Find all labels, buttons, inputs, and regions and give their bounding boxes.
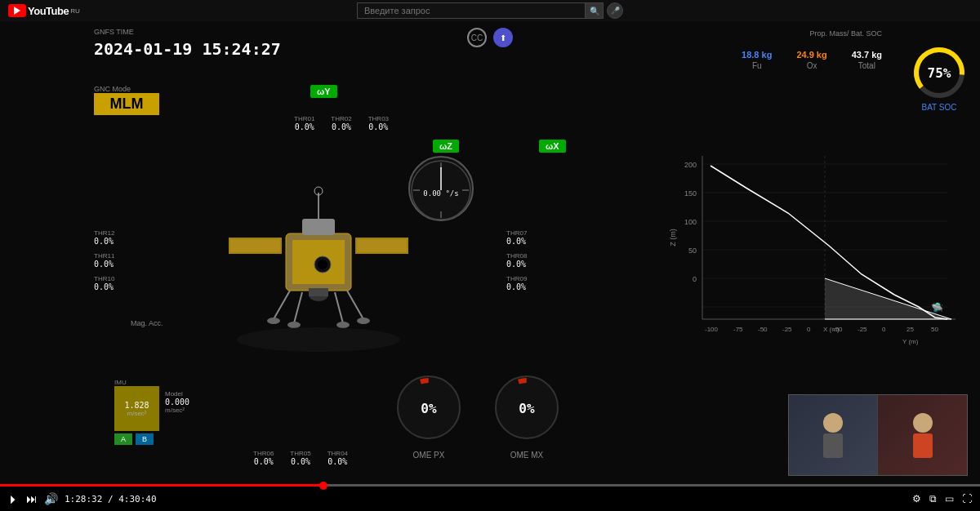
mass-ox: 24.9 kg Ox	[796, 50, 826, 70]
mag-acc-label: Mag. Acc.	[131, 319, 163, 327]
ox-value: 24.9 kg	[796, 50, 826, 60]
thr04: THR04 0.0%	[327, 450, 348, 466]
datetime-display: 2024-01-19 15:24:27	[94, 39, 281, 59]
svg-text:-50: -50	[833, 326, 843, 333]
imu-btn-a[interactable]: A	[114, 433, 132, 445]
battery-gauge: 75%	[911, 44, 968, 101]
time-display: 1:28:32 / 4:30:40	[65, 494, 157, 504]
right-controls: ⚙ ⧉ ▭ ⛶	[912, 493, 972, 504]
svg-text:0: 0	[882, 326, 886, 333]
omega-x-label: ωX	[539, 140, 566, 153]
svg-text:0%: 0%	[519, 401, 535, 416]
svg-text:25: 25	[906, 326, 914, 333]
mass-fu: 18.8 kg Fu	[742, 50, 772, 70]
volume-button[interactable]: 🔊	[44, 492, 58, 505]
total-value: 43.7 kg	[852, 50, 882, 60]
share-icon[interactable]: ⬆	[493, 28, 513, 47]
settings-button[interactable]: ⚙	[912, 493, 921, 504]
thr12: THR12 0.0%	[94, 229, 114, 246]
spacecraft-visual	[204, 160, 433, 364]
svg-text:150: 150	[684, 189, 697, 198]
miniplayer-button[interactable]: ⧉	[929, 493, 937, 504]
mass-panel: 18.8 kg Fu 24.9 kg Ox 43.7 kg Total	[742, 50, 882, 70]
search-input[interactable]	[357, 2, 586, 19]
imu-display: 1.828 m/sec²	[114, 386, 159, 431]
fullscreen-button[interactable]: ⛶	[962, 493, 972, 504]
progress-thumb[interactable]	[319, 482, 327, 490]
youtube-logo-text: YouTube	[28, 5, 69, 17]
svg-line-20	[274, 291, 290, 319]
thr05: THR05 0.0%	[290, 450, 310, 466]
svg-rect-70	[823, 433, 843, 458]
progress-bar[interactable]	[0, 484, 980, 487]
person2-feed	[878, 395, 967, 475]
spacecraft-svg	[204, 160, 433, 364]
total-time: 4:30:40	[118, 494, 156, 504]
svg-point-29	[318, 260, 327, 269]
model-unit: m/sec²	[165, 407, 189, 414]
theater-button[interactable]: ▭	[945, 493, 954, 504]
youtube-region: RU	[70, 7, 80, 15]
imu-label: IMU	[114, 379, 159, 386]
svg-rect-37	[666, 148, 968, 368]
svg-text:50: 50	[931, 326, 938, 333]
thrusters-left-group: THR12 0.0% THR11 0.0% THR10 0.0%	[94, 229, 114, 291]
current-time: 1:28:32	[65, 494, 102, 504]
svg-point-25	[357, 318, 370, 324]
thr06: THR06 0.0%	[253, 450, 274, 466]
svg-text:100: 100	[684, 218, 697, 226]
svg-text:Y (m): Y (m)	[902, 338, 919, 345]
prop-label: Prop. Mass/ Bat. SOC	[809, 29, 882, 38]
thr08: THR08 0.0%	[506, 252, 527, 269]
top-center-icons: CC ⬆	[467, 28, 513, 47]
ome-px-svg: 0%	[392, 371, 466, 444]
svg-text:-50: -50	[758, 326, 768, 333]
ome-gauges: 0% OME PX 0% OME MX	[392, 371, 564, 460]
svg-rect-72	[913, 433, 933, 458]
thrusters-right-group: THR07 0.0% THR08 0.0% THR09 0.0%	[506, 229, 527, 291]
imu-section: IMU 1.828 m/sec² A B	[114, 379, 159, 445]
svg-rect-17	[302, 219, 335, 235]
thrusters-top-row: THR01 0.0% THR02 0.0% THR03 0.0%	[294, 115, 389, 131]
trajectory-svg: 200 150 100 50 0 Z (m) 🛸 -100 -75 -50 -2…	[666, 148, 968, 368]
svg-line-23	[335, 292, 343, 323]
camera-inner	[789, 395, 967, 475]
thrusters-bottom-row: THR06 0.0% THR05 0.0% THR04 0.0%	[253, 450, 348, 466]
person1-svg	[817, 411, 849, 460]
play-pause-button[interactable]: ⏵	[8, 492, 20, 505]
mic-button[interactable]: 🎤	[607, 2, 623, 19]
controls-row: ⏵ ⏭ 🔊 1:28:32 / 4:30:40 ⚙ ⧉ ▭ ⛶	[0, 487, 980, 511]
person2-svg	[906, 411, 939, 460]
svg-point-27	[336, 322, 350, 328]
svg-point-71	[913, 413, 933, 433]
svg-text:-25: -25	[858, 326, 867, 333]
ome-mx-label: OME MX	[490, 451, 564, 460]
person1-feed	[789, 395, 878, 475]
thr03: THR03 0.0%	[368, 115, 389, 131]
model-value: 0.000	[165, 398, 189, 407]
skip-next-button[interactable]: ⏭	[26, 492, 38, 505]
fu-value: 18.8 kg	[742, 50, 772, 60]
svg-rect-14	[357, 239, 407, 252]
omega-z-label: ωZ	[433, 140, 459, 153]
svg-point-24	[267, 318, 280, 324]
youtube-logo[interactable]: YouTubeRU	[8, 4, 80, 17]
svg-text:🛸: 🛸	[931, 301, 943, 313]
svg-text:Z (m): Z (m)	[669, 229, 677, 247]
bat-soc-label: BAT SOC	[911, 103, 968, 112]
thr09: THR09 0.0%	[506, 275, 527, 291]
thr07: THR07 0.0%	[506, 229, 527, 246]
ome-px-label: OME PX	[392, 451, 466, 460]
imu-btn-b[interactable]: B	[136, 433, 154, 445]
svg-point-30	[237, 327, 400, 352]
ome-mx-svg: 0%	[490, 371, 564, 444]
svg-text:-100: -100	[705, 326, 719, 333]
ome-px-circle: 0%	[392, 371, 466, 444]
ome-px-gauge: 0% OME PX	[392, 371, 466, 460]
battery-soc: 75% BAT SOC	[911, 44, 968, 112]
imu-value: 1.828	[124, 401, 149, 410]
svg-point-26	[287, 322, 301, 328]
cc-icon[interactable]: CC	[467, 28, 487, 47]
search-button[interactable]: 🔍	[586, 2, 604, 19]
svg-text:200: 200	[684, 161, 697, 169]
